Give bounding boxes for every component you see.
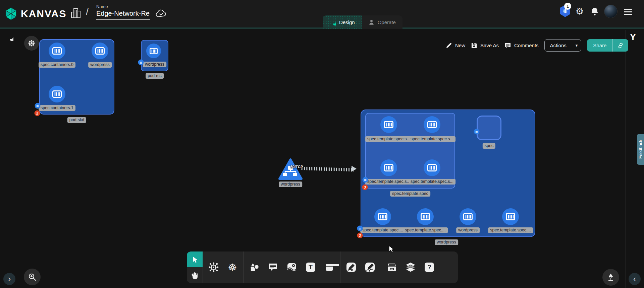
kubernetes-tool[interactable]: ☸ — [223, 251, 242, 283]
annotation-tools: T — [244, 251, 340, 283]
pan-tool[interactable] — [187, 267, 203, 283]
count-badge[interactable]: 3 — [362, 185, 368, 190]
flower-gear-icon[interactable] — [24, 36, 39, 51]
pod-badge-icon[interactable]: ▦ — [363, 177, 368, 183]
node-label: spec.template.spec.s... — [365, 136, 412, 142]
pod-badge-icon[interactable]: ▦ — [138, 60, 144, 65]
node-label: spec.containers.0 — [39, 62, 75, 68]
node-label: spec.containers.1 — [39, 105, 75, 111]
container-node[interactable] — [502, 208, 519, 225]
comment-tool[interactable] — [264, 251, 282, 283]
drawing-tools — [340, 251, 381, 283]
node-label: spec.template.spec.s... — [409, 179, 455, 185]
group-label: spec.template.spec — [390, 191, 430, 197]
layers-tool[interactable] — [401, 251, 420, 283]
help-tool[interactable]: ? — [420, 251, 439, 283]
count-badge[interactable]: 3 — [357, 233, 363, 238]
edge-port-label: 80/TCP — [290, 165, 303, 169]
image-tool[interactable] — [282, 251, 301, 283]
kubernetes-count-badge: 1 — [564, 3, 571, 10]
collab-y-icon[interactable]: Y — [630, 32, 636, 43]
text-tool-icon: T — [306, 263, 315, 272]
node-label: spec.template.spec.... — [403, 227, 448, 233]
container-node[interactable] — [460, 208, 476, 225]
kubernetes-wheel-icon: ☸ — [228, 262, 237, 273]
note-tool[interactable] — [320, 251, 339, 283]
container-node[interactable] — [374, 208, 391, 225]
avatar[interactable] — [604, 5, 618, 18]
service-node[interactable] — [278, 157, 303, 182]
feedback-tab[interactable]: Feedback — [637, 134, 644, 165]
container-node[interactable] — [380, 159, 397, 176]
zoom-button[interactable] — [24, 269, 41, 285]
container-node[interactable] — [380, 116, 397, 133]
dropdown-caret-icon[interactable]: ▾ — [572, 40, 581, 51]
shapes-tool[interactable] — [245, 251, 264, 283]
validate-pen-button[interactable] — [602, 269, 619, 286]
spec-node[interactable] — [477, 116, 501, 140]
new-button[interactable]: New — [445, 42, 465, 49]
kubernetes-context-button[interactable]: ☸ 1 — [559, 5, 571, 17]
node-label: spec.template.spec.... — [360, 227, 405, 233]
container-node[interactable] — [49, 43, 65, 59]
container-icon — [384, 164, 393, 171]
container-node[interactable] — [424, 116, 440, 133]
container-icon — [378, 213, 387, 220]
group-label: pod-skd — [67, 117, 86, 123]
building-icon[interactable] — [70, 7, 81, 19]
container-node[interactable] — [92, 43, 108, 59]
text-tool[interactable]: T — [301, 251, 320, 283]
breadcrumb-slash: / — [86, 6, 89, 17]
kanvas-hexagon-logo — [5, 7, 17, 21]
container-icon — [506, 213, 515, 220]
comment-tool-icon — [268, 263, 278, 272]
comments-button[interactable]: Comments — [504, 42, 539, 49]
layers-icon — [405, 262, 416, 272]
canvas-actions-bar: New Save As Comments Actions ▾ Share — [445, 39, 628, 52]
pod-badge-icon[interactable]: ▦ — [35, 103, 41, 109]
spiral-icon[interactable] — [5, 33, 13, 41]
container-node[interactable] — [146, 44, 161, 58]
actions-button[interactable]: Actions — [545, 40, 572, 51]
select-cursor-icon — [191, 256, 199, 263]
container-node[interactable] — [49, 86, 65, 102]
shapes-icon — [249, 263, 260, 272]
actions-dropdown-button: Actions ▾ — [544, 39, 582, 52]
container-icon — [52, 47, 62, 55]
header-bar: KANVAS / Name Design Operate — [0, 0, 644, 29]
pod-badge-icon[interactable]: ▦ — [474, 129, 480, 135]
settings-gear-icon[interactable]: ⚙ — [576, 6, 584, 17]
components-tool[interactable] — [204, 251, 223, 283]
new-label: New — [455, 43, 465, 48]
copy-link-button[interactable] — [613, 39, 628, 52]
design-name-input[interactable] — [96, 9, 150, 20]
group-label: pod-rcc — [146, 73, 164, 79]
save-as-label: Save As — [480, 43, 499, 48]
count-badge[interactable]: 2 — [35, 111, 40, 116]
drawer-tool[interactable] — [382, 251, 401, 283]
collapse-right-panel-button[interactable]: ‹ — [629, 273, 641, 285]
tab-operate[interactable]: Operate — [362, 15, 402, 29]
container-node[interactable] — [424, 159, 440, 176]
share-button[interactable]: Share — [587, 39, 612, 52]
container-node[interactable] — [417, 208, 434, 225]
notifications-bell-icon[interactable] — [590, 7, 599, 17]
save-as-button[interactable]: Save As — [471, 42, 499, 49]
pen-freehand-icon — [365, 262, 375, 272]
logo-wordmark: KANVAS — [21, 8, 66, 19]
expand-left-panel-button[interactable]: › — [3, 273, 15, 285]
deployment-badge-icon[interactable]: ◎ — [357, 226, 363, 231]
select-tool[interactable] — [187, 251, 203, 267]
pen-nib-icon — [607, 273, 615, 282]
node-label: wordpress — [456, 227, 480, 233]
tab-design[interactable]: Design — [323, 15, 362, 29]
pen-vector-tool[interactable] — [342, 251, 361, 283]
kanvas-logo[interactable]: KANVAS — [5, 7, 66, 21]
group-spec-template-spec[interactable] — [365, 113, 455, 189]
container-icon — [421, 213, 430, 220]
pen-freehand-tool[interactable] — [361, 251, 379, 283]
image-tool-icon — [287, 263, 297, 272]
chevron-left-icon: ‹ — [633, 275, 636, 283]
hamburger-menu-icon[interactable] — [624, 9, 632, 15]
bottom-toolbar: ☸ T — [187, 251, 458, 283]
